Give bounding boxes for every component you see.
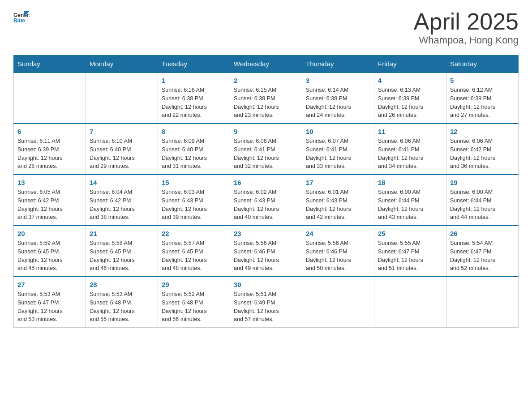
calendar-cell: 14Sunrise: 6:04 AMSunset: 6:42 PMDayligh… — [86, 175, 158, 226]
day-info: Sunrise: 5:55 AMSunset: 6:47 PMDaylight:… — [378, 239, 442, 273]
day-info: Sunrise: 6:14 AMSunset: 6:38 PMDaylight:… — [306, 86, 370, 120]
day-info: Sunrise: 6:06 AMSunset: 6:41 PMDaylight:… — [378, 137, 442, 171]
day-info: Sunrise: 6:03 AMSunset: 6:43 PMDaylight:… — [162, 188, 226, 222]
calendar-cell: 23Sunrise: 5:56 AMSunset: 6:46 PMDayligh… — [230, 226, 302, 277]
day-number: 8 — [162, 128, 226, 135]
calendar-cell: 11Sunrise: 6:06 AMSunset: 6:41 PMDayligh… — [374, 124, 446, 175]
day-number: 3 — [306, 77, 370, 84]
day-number: 12 — [450, 128, 515, 135]
day-info: Sunrise: 6:13 AMSunset: 6:39 PMDaylight:… — [378, 86, 442, 120]
weekday-header-row: SundayMondayTuesdayWednesdayThursdayFrid… — [14, 56, 519, 73]
calendar-cell: 12Sunrise: 6:06 AMSunset: 6:42 PMDayligh… — [446, 124, 519, 175]
weekday-header-monday: Monday — [86, 56, 158, 73]
week-row-2: 6Sunrise: 6:11 AMSunset: 6:39 PMDaylight… — [14, 124, 519, 175]
day-number: 15 — [162, 179, 226, 186]
day-number: 30 — [234, 281, 298, 288]
week-row-5: 27Sunrise: 5:53 AMSunset: 6:47 PMDayligh… — [14, 277, 519, 328]
day-info: Sunrise: 5:56 AMSunset: 6:46 PMDaylight:… — [306, 239, 370, 273]
calendar-cell: 18Sunrise: 6:00 AMSunset: 6:44 PMDayligh… — [374, 175, 446, 226]
day-number: 14 — [90, 179, 154, 186]
calendar-cell: 19Sunrise: 6:00 AMSunset: 6:44 PMDayligh… — [446, 175, 519, 226]
day-info: Sunrise: 6:06 AMSunset: 6:42 PMDaylight:… — [450, 137, 515, 171]
day-number: 9 — [234, 128, 298, 135]
calendar-table: SundayMondayTuesdayWednesdayThursdayFrid… — [13, 55, 519, 328]
calendar-cell: 28Sunrise: 5:53 AMSunset: 6:48 PMDayligh… — [86, 277, 158, 328]
day-info: Sunrise: 6:00 AMSunset: 6:44 PMDaylight:… — [450, 188, 515, 222]
calendar-cell: 25Sunrise: 5:55 AMSunset: 6:47 PMDayligh… — [374, 226, 446, 277]
weekday-header-sunday: Sunday — [14, 56, 86, 73]
day-number: 24 — [306, 230, 370, 237]
calendar-cell: 8Sunrise: 6:09 AMSunset: 6:40 PMDaylight… — [158, 124, 230, 175]
day-info: Sunrise: 5:53 AMSunset: 6:47 PMDaylight:… — [17, 290, 82, 324]
calendar-cell: 16Sunrise: 6:02 AMSunset: 6:43 PMDayligh… — [230, 175, 302, 226]
day-info: Sunrise: 6:15 AMSunset: 6:38 PMDaylight:… — [234, 86, 298, 120]
day-info: Sunrise: 6:00 AMSunset: 6:44 PMDaylight:… — [378, 188, 442, 222]
calendar-cell: 22Sunrise: 5:57 AMSunset: 6:45 PMDayligh… — [158, 226, 230, 277]
logo-icon: General Blue — [13, 9, 30, 25]
day-info: Sunrise: 6:12 AMSunset: 6:39 PMDaylight:… — [450, 86, 515, 120]
calendar-cell: 10Sunrise: 6:07 AMSunset: 6:41 PMDayligh… — [302, 124, 374, 175]
day-info: Sunrise: 6:16 AMSunset: 6:38 PMDaylight:… — [162, 86, 226, 120]
day-number: 10 — [306, 128, 370, 135]
day-number: 27 — [17, 281, 82, 288]
weekday-header-saturday: Saturday — [446, 56, 519, 73]
day-info: Sunrise: 6:02 AMSunset: 6:43 PMDaylight:… — [234, 188, 298, 222]
day-number: 5 — [450, 77, 515, 84]
day-number: 17 — [306, 179, 370, 186]
day-number: 11 — [378, 128, 442, 135]
day-info: Sunrise: 5:54 AMSunset: 6:47 PMDaylight:… — [450, 239, 515, 273]
day-info: Sunrise: 5:58 AMSunset: 6:45 PMDaylight:… — [90, 239, 154, 273]
weekday-header-tuesday: Tuesday — [158, 56, 230, 73]
day-number: 25 — [378, 230, 442, 237]
logo: General Blue — [13, 9, 30, 25]
day-number: 18 — [378, 179, 442, 186]
day-number: 19 — [450, 179, 515, 186]
week-row-1: 1Sunrise: 6:16 AMSunset: 6:38 PMDaylight… — [14, 73, 519, 124]
location-title: Whampoa, Hong Kong — [414, 34, 519, 46]
calendar-cell: 6Sunrise: 6:11 AMSunset: 6:39 PMDaylight… — [14, 124, 86, 175]
day-info: Sunrise: 6:09 AMSunset: 6:40 PMDaylight:… — [162, 137, 226, 171]
day-info: Sunrise: 6:10 AMSunset: 6:40 PMDaylight:… — [90, 137, 154, 171]
day-info: Sunrise: 6:05 AMSunset: 6:42 PMDaylight:… — [17, 188, 82, 222]
day-number: 28 — [90, 281, 154, 288]
day-number: 21 — [90, 230, 154, 237]
day-info: Sunrise: 5:57 AMSunset: 6:45 PMDaylight:… — [162, 239, 226, 273]
day-number: 4 — [378, 77, 442, 84]
calendar-cell: 2Sunrise: 6:15 AMSunset: 6:38 PMDaylight… — [230, 73, 302, 124]
day-info: Sunrise: 6:08 AMSunset: 6:41 PMDaylight:… — [234, 137, 298, 171]
day-number: 7 — [90, 128, 154, 135]
weekday-header-thursday: Thursday — [302, 56, 374, 73]
day-number: 6 — [17, 128, 82, 135]
calendar-cell — [86, 73, 158, 124]
calendar-cell — [302, 277, 374, 328]
day-number: 16 — [234, 179, 298, 186]
calendar-cell: 13Sunrise: 6:05 AMSunset: 6:42 PMDayligh… — [14, 175, 86, 226]
day-info: Sunrise: 6:01 AMSunset: 6:43 PMDaylight:… — [306, 188, 370, 222]
weekday-header-friday: Friday — [374, 56, 446, 73]
calendar-cell: 26Sunrise: 5:54 AMSunset: 6:47 PMDayligh… — [446, 226, 519, 277]
day-info: Sunrise: 6:11 AMSunset: 6:39 PMDaylight:… — [17, 137, 82, 171]
calendar-cell — [14, 73, 86, 124]
calendar-cell: 30Sunrise: 5:51 AMSunset: 6:49 PMDayligh… — [230, 277, 302, 328]
day-number: 23 — [234, 230, 298, 237]
calendar-cell: 9Sunrise: 6:08 AMSunset: 6:41 PMDaylight… — [230, 124, 302, 175]
day-number: 1 — [162, 77, 226, 84]
calendar-cell: 5Sunrise: 6:12 AMSunset: 6:39 PMDaylight… — [446, 73, 519, 124]
calendar-cell: 3Sunrise: 6:14 AMSunset: 6:38 PMDaylight… — [302, 73, 374, 124]
title-block: April 2025 Whampoa, Hong Kong — [414, 9, 519, 46]
calendar-cell: 29Sunrise: 5:52 AMSunset: 6:48 PMDayligh… — [158, 277, 230, 328]
day-number: 20 — [17, 230, 82, 237]
week-row-4: 20Sunrise: 5:59 AMSunset: 6:45 PMDayligh… — [14, 226, 519, 277]
day-info: Sunrise: 5:52 AMSunset: 6:48 PMDaylight:… — [162, 290, 226, 324]
page-header: General Blue April 2025 Whampoa, Hong Ko… — [13, 9, 519, 46]
day-number: 29 — [162, 281, 226, 288]
calendar-cell: 27Sunrise: 5:53 AMSunset: 6:47 PMDayligh… — [14, 277, 86, 328]
day-number: 22 — [162, 230, 226, 237]
day-info: Sunrise: 6:07 AMSunset: 6:41 PMDaylight:… — [306, 137, 370, 171]
day-info: Sunrise: 5:56 AMSunset: 6:46 PMDaylight:… — [234, 239, 298, 273]
calendar-cell: 4Sunrise: 6:13 AMSunset: 6:39 PMDaylight… — [374, 73, 446, 124]
calendar-cell: 1Sunrise: 6:16 AMSunset: 6:38 PMDaylight… — [158, 73, 230, 124]
day-info: Sunrise: 6:04 AMSunset: 6:42 PMDaylight:… — [90, 188, 154, 222]
calendar-cell: 24Sunrise: 5:56 AMSunset: 6:46 PMDayligh… — [302, 226, 374, 277]
svg-text:Blue: Blue — [13, 17, 25, 24]
